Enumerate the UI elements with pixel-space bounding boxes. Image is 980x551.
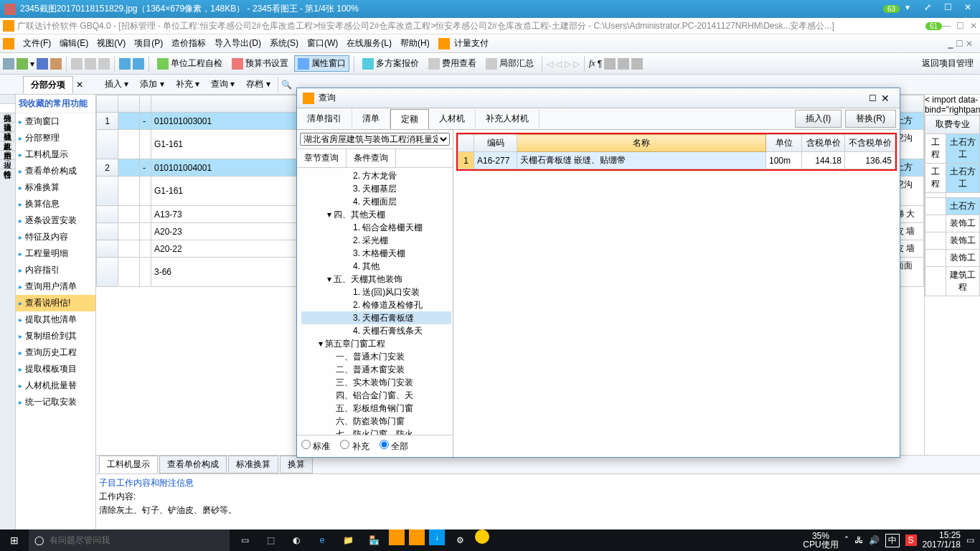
tb-open-icon[interactable] bbox=[17, 58, 28, 70]
maximize-button[interactable]: ☐ bbox=[940, 2, 956, 17]
fav-item[interactable]: ▸标准换算 bbox=[16, 179, 95, 196]
start-button[interactable]: ⊞ bbox=[0, 529, 29, 551]
fav-item[interactable]: ▸查看单价构成 bbox=[16, 163, 95, 179]
tree-node[interactable]: 六、防盗装饰门窗 bbox=[301, 415, 451, 428]
dialog-max[interactable]: ☐ bbox=[869, 93, 877, 103]
app-task-6[interactable] bbox=[389, 529, 405, 545]
fav-item[interactable]: ▸复制组价到其 bbox=[16, 328, 95, 344]
tree-node[interactable]: 五、彩板组角钢门窗 bbox=[301, 402, 451, 415]
tb-budget[interactable]: 预算书设置 bbox=[228, 55, 292, 72]
menu-edit[interactable]: 编辑(E) bbox=[55, 37, 93, 50]
expand-button[interactable]: ⤢ bbox=[920, 2, 936, 17]
btab-3[interactable]: 标准换算 bbox=[228, 456, 278, 474]
btab-2[interactable]: 查看单价构成 bbox=[159, 456, 227, 474]
tree-node[interactable]: 3. 天棚基层 bbox=[301, 182, 451, 195]
tray-net-icon[interactable]: 🖧 bbox=[854, 535, 863, 545]
fav-item[interactable]: ▸查询用户清单 bbox=[16, 278, 95, 295]
tb-misc3-icon[interactable] bbox=[631, 58, 643, 70]
tb-new-icon[interactable] bbox=[3, 58, 14, 70]
tb-return[interactable]: 返回项目管理 bbox=[918, 55, 977, 72]
tree-node[interactable]: 3. 木格栅天棚 bbox=[301, 247, 451, 260]
dtab-5[interactable]: 补充人材机 bbox=[476, 109, 540, 128]
dialog-result-grid[interactable]: 编码 名称 单位 含税单价 不含税单价 1 A16-277 天棚石膏板缝 嵌缝、… bbox=[456, 133, 897, 171]
fav-item[interactable]: ▸提取其他清单 bbox=[16, 311, 95, 328]
subtab-active[interactable]: 分部分项 bbox=[23, 76, 73, 93]
dialog-dropdown[interactable]: 湖北省房屋建筑与装饰工程消耗量定 bbox=[297, 130, 453, 149]
dtab-1[interactable]: 清单指引 bbox=[297, 109, 352, 128]
taskbar-search[interactable]: ◯ bbox=[29, 529, 230, 551]
tree-node[interactable]: 2. 方木龙骨 bbox=[301, 169, 451, 182]
fav-item[interactable]: ▸内容指引 bbox=[16, 262, 95, 278]
fav-item[interactable]: ▸查询窗口 bbox=[16, 113, 95, 130]
menu-special[interactable]: 计量支付 bbox=[450, 37, 493, 50]
fav-item[interactable]: ▸工料机显示 bbox=[16, 146, 95, 163]
sub-find-icon[interactable]: 🔍 bbox=[281, 80, 292, 90]
radio-standard[interactable]: 标准 bbox=[301, 440, 330, 453]
tb-save-icon[interactable] bbox=[37, 58, 48, 70]
clock[interactable]: 15:25 2017/1/18 bbox=[923, 531, 961, 550]
app-task-4[interactable]: 📁 bbox=[337, 529, 359, 551]
fav-item[interactable]: ▸逐条设置安装 bbox=[16, 212, 95, 229]
tree-node[interactable]: ▾ 第五章门窗工程 bbox=[301, 337, 451, 350]
tb-partial[interactable]: 局部汇总 bbox=[482, 55, 537, 72]
btab-4[interactable]: 换算 bbox=[280, 456, 313, 474]
menu-file[interactable]: 文件(F) bbox=[19, 37, 55, 50]
tree-node[interactable]: 4. 其他 bbox=[301, 260, 451, 273]
tree-node[interactable]: ▾ 五、天棚其他装饰 bbox=[301, 273, 451, 286]
fav-item[interactable]: ▸查询历史工程 bbox=[16, 344, 95, 361]
ltab-condition[interactable]: 条件查询 bbox=[347, 149, 396, 167]
insert-button[interactable]: 插入(I) bbox=[795, 110, 842, 128]
dtab-2[interactable]: 清单 bbox=[352, 109, 390, 128]
app-task-10[interactable] bbox=[475, 529, 489, 544]
ime-indicator[interactable]: 中 bbox=[885, 534, 900, 547]
task-view-icon[interactable]: ▭ bbox=[234, 529, 255, 551]
ime-s[interactable]: S bbox=[905, 534, 917, 546]
tb-paste-icon[interactable] bbox=[98, 58, 110, 70]
inner-min[interactable]: ‗ ☐ ✕ bbox=[944, 39, 977, 49]
search-input[interactable] bbox=[50, 535, 193, 545]
tb-redo-icon[interactable] bbox=[133, 58, 144, 70]
tree-node[interactable]: 2. 检修道及检修孔 bbox=[301, 298, 451, 311]
vtab-report[interactable]: 报表 bbox=[0, 151, 15, 160]
tray-vol-icon[interactable]: 🔊 bbox=[869, 535, 880, 545]
tb-fx-icon[interactable]: fx bbox=[589, 58, 595, 69]
tb-undo-icon[interactable] bbox=[119, 58, 131, 70]
ltab-chapter[interactable]: 章节查询 bbox=[297, 149, 347, 167]
tb-misc2-icon[interactable] bbox=[618, 58, 629, 70]
fav-item[interactable]: ▸提取模板项目 bbox=[16, 361, 95, 377]
tree-node[interactable]: 3. 天棚石膏板缝 bbox=[301, 311, 451, 324]
fav-item[interactable]: ▸特征及内容 bbox=[16, 229, 95, 245]
replace-button[interactable]: 替换(R) bbox=[845, 110, 896, 128]
app-task-9[interactable]: ⚙ bbox=[449, 529, 471, 551]
tb-misc1-icon[interactable] bbox=[604, 58, 616, 70]
menu-project[interactable]: 项目(P) bbox=[130, 37, 167, 50]
menu-window[interactable]: 窗口(W) bbox=[303, 37, 342, 50]
cpu-label[interactable]: CPU使用 bbox=[803, 540, 838, 549]
fav-item[interactable]: ▸工程量明细 bbox=[16, 245, 95, 262]
tb-cut-icon[interactable] bbox=[71, 58, 83, 70]
app-task-5[interactable]: 🏪 bbox=[363, 529, 385, 551]
app-maximize[interactable]: ☐ bbox=[956, 21, 964, 31]
vtab-check[interactable]: 符合性检 bbox=[0, 160, 15, 169]
fav-item[interactable]: ▸统一记取安装 bbox=[16, 394, 95, 410]
tree-node[interactable]: 4. 天棚面层 bbox=[301, 195, 451, 208]
dtab-3[interactable]: 定额 bbox=[390, 109, 429, 129]
sub-query[interactable]: 查询 ▾ bbox=[207, 77, 239, 92]
fav-item[interactable]: ▸人材机批量替 bbox=[16, 377, 95, 394]
vtab-overview[interactable]: 工程概况 bbox=[0, 95, 15, 104]
menu-online[interactable]: 在线服务(L) bbox=[342, 37, 396, 50]
tb-print-icon[interactable] bbox=[50, 58, 62, 70]
dialog-close[interactable]: ✕ bbox=[877, 93, 894, 104]
tree-node[interactable]: 2. 采光棚 bbox=[301, 234, 451, 247]
tb-copy-icon[interactable] bbox=[85, 58, 96, 70]
vtab-fee[interactable]: 费用汇总 bbox=[0, 141, 15, 151]
tree-node[interactable]: ▾ 四、其他天棚 bbox=[301, 208, 451, 221]
tree-node[interactable]: 一、普通木门安装 bbox=[301, 350, 451, 363]
sub-insert[interactable]: 插入 ▾ bbox=[100, 77, 133, 92]
app-minimize[interactable]: — bbox=[942, 21, 951, 31]
tb-multi[interactable]: 多方案报价 bbox=[359, 55, 423, 72]
dialog-titlebar[interactable]: 查询 ☐ ✕ bbox=[297, 88, 900, 108]
tree-node[interactable]: 二、普通木窗安装 bbox=[301, 363, 451, 376]
tree-node[interactable]: 4. 天棚石膏线条天 bbox=[301, 324, 451, 337]
vtab-other[interactable]: 其他项目 bbox=[0, 123, 15, 132]
